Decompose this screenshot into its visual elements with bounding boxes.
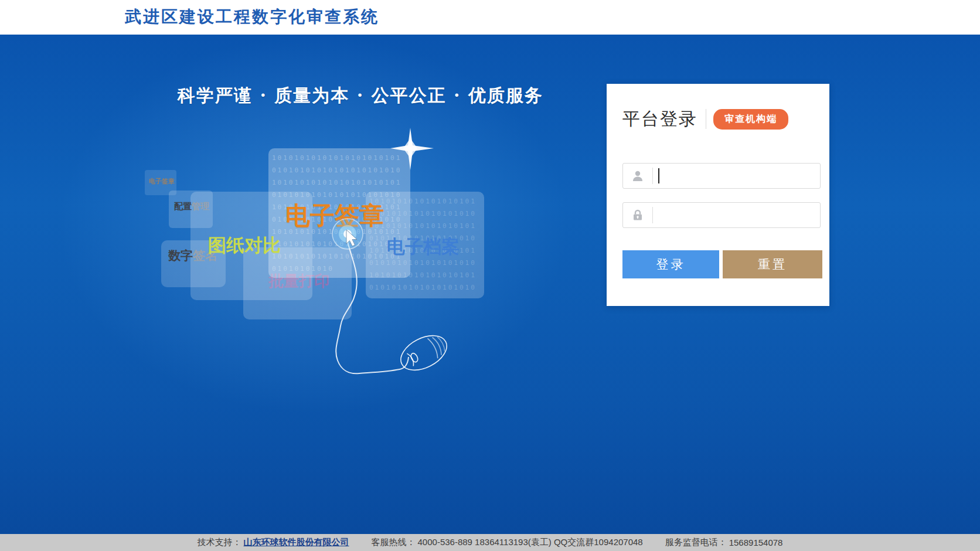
feature-label-electronic-seal: 电子签章 xyxy=(285,199,384,232)
feature-label-config: 配置管理 xyxy=(174,201,209,212)
supervision-value: 15689154078 xyxy=(729,538,783,547)
password-input[interactable] xyxy=(653,203,820,227)
lock-icon xyxy=(623,208,652,222)
feature-label-electronic-archive: 电子档案 xyxy=(387,234,460,259)
config-label-dark: 配置 xyxy=(174,201,192,211)
supervision-label: 服务监督电话： xyxy=(665,537,727,548)
login-card: 平台登录 审查机构端 xyxy=(607,84,829,306)
username-input[interactable] xyxy=(659,164,820,188)
page-footer: 技术支持： 山东环球软件股份有限公司 客服热线： 4000-536-889 18… xyxy=(0,534,980,551)
app-header: 武进区建设工程数字化审查系统 xyxy=(0,0,980,35)
login-button[interactable]: 登录 xyxy=(622,250,719,278)
feature-label-mini: 电子签章 xyxy=(149,177,175,186)
password-field[interactable] xyxy=(622,202,821,228)
hotline-label: 客服热线： xyxy=(372,537,416,548)
config-label-light: 管理 xyxy=(192,201,209,211)
login-title: 平台登录 xyxy=(622,107,697,131)
username-field[interactable] xyxy=(622,163,821,189)
feature-graphic: 1010101010101010101010101010101010101010… xyxy=(117,117,528,434)
support-label: 技术支持： xyxy=(198,537,241,548)
reset-button[interactable]: 重置 xyxy=(723,250,822,278)
login-page: 武进区建设工程数字化审查系统 科学严谨 · 质量为本 · 公平公正 · 优质服务… xyxy=(0,0,980,551)
field-separator xyxy=(652,168,653,184)
slogan: 科学严谨 · 质量为本 · 公平公正 · 优质服务 xyxy=(178,84,543,108)
support-link[interactable]: 山东环球软件股份有限公司 xyxy=(244,537,349,548)
login-actions: 登录 重置 xyxy=(622,250,822,278)
feature-label-drawing-compare: 图纸对比 xyxy=(208,233,281,258)
login-card-header: 平台登录 审查机构端 xyxy=(622,108,788,130)
hero-section: 科学严谨 · 质量为本 · 公平公正 · 优质服务 10101010101010… xyxy=(0,35,980,534)
mouse-icon xyxy=(395,329,452,377)
signature-label-dark: 数字 xyxy=(168,249,193,262)
role-badge[interactable]: 审查机构端 xyxy=(713,109,788,130)
user-icon xyxy=(623,169,652,183)
divider xyxy=(706,109,706,129)
hotline-value: 4000-536-889 18364113193(袁工) QQ交流群109420… xyxy=(418,537,643,548)
app-title: 武进区建设工程数字化审查系统 xyxy=(125,6,379,28)
